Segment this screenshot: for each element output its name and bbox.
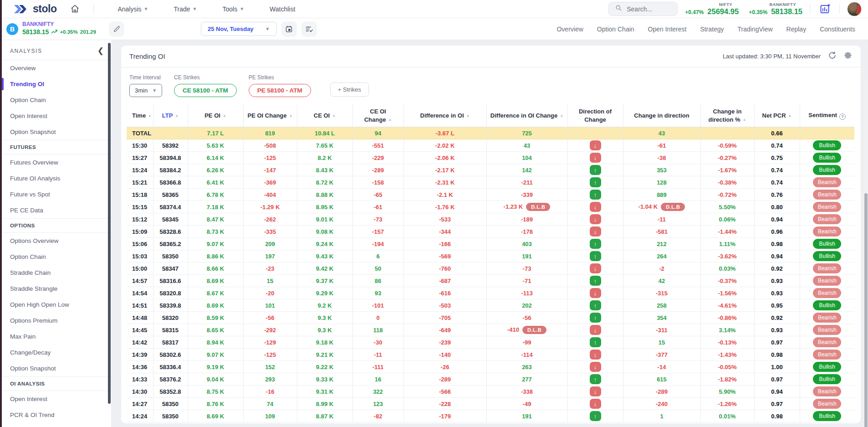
nav-menu-analysis[interactable]: Analysis▼ — [117, 5, 148, 13]
add-strikes-button[interactable]: + Strikes — [330, 82, 369, 97]
sidebar-item-future-vs-spot[interactable]: Future vs Spot — [2, 186, 111, 202]
column-header-difference-in-oi[interactable]: Difference in OI▲ — [403, 104, 486, 127]
column-header-difference-in-oi-change[interactable]: Difference in OI Change▲ — [486, 104, 567, 127]
column-header-change-in-direction-%[interactable]: Change in direction %▲ — [700, 104, 754, 127]
sidebar-collapse-icon[interactable]: ❮ — [97, 47, 104, 55]
cell-direction-of-change: ↓ — [567, 386, 623, 398]
tab-tradingview[interactable]: TradingView — [738, 26, 773, 33]
ticker-name: BANKNIFTY — [770, 2, 797, 7]
sidebar-item-futures-overview[interactable]: Futures Overview — [2, 154, 111, 170]
date-selector[interactable]: 25 Nov, Tuesday ▼ — [201, 22, 277, 36]
nav-menu-trade[interactable]: Trade▼ — [174, 5, 197, 13]
column-header-ce-oi-change[interactable]: CE OI Change▲ — [352, 104, 403, 127]
ce-strike-chip[interactable]: CE 58100 - ATM — [174, 84, 237, 97]
watchlist-check-button[interactable] — [301, 21, 317, 37]
sidebar-item-pe-ce-data[interactable]: PE CE Data — [2, 202, 111, 218]
total-cell: -3.67 L — [403, 127, 486, 139]
cell-difference-in-oi-change: -73 — [486, 262, 567, 275]
cell-change-in-direction-pct: -1.67% — [700, 164, 754, 176]
nav-menu-watchlist[interactable]: Watchlist — [270, 5, 295, 13]
sidebar-item-multistrike-oi[interactable]: Multistrike OI — [2, 423, 111, 427]
sort-asc-icon[interactable]: ▲ — [223, 113, 226, 118]
sort-asc-icon[interactable]: ▲ — [560, 113, 563, 118]
cell-sentiment: Bullish — [800, 299, 854, 312]
tab-replay[interactable]: Replay — [786, 26, 807, 33]
refresh-icon[interactable] — [828, 51, 837, 62]
column-header-ltp[interactable]: LTP▲ — [153, 104, 188, 127]
symbol-name: BANKNIFTY — [22, 21, 96, 28]
page-scrollbar[interactable] — [864, 80, 868, 427]
sidebar-item-trending-oi[interactable]: Trending OI — [2, 76, 111, 92]
help-icon[interactable]: ? — [839, 113, 846, 120]
nav-menu-tools[interactable]: Tools▼ — [222, 5, 244, 13]
edit-symbol-button[interactable] — [109, 21, 124, 37]
tab-open-interest[interactable]: Open Interest — [648, 26, 687, 33]
sidebar-item-option-chain[interactable]: Option Chain — [2, 249, 111, 265]
search-box[interactable] — [608, 2, 678, 16]
cell-difference-in-oi-change: 191 — [486, 250, 567, 262]
sort-asc-icon[interactable]: ▲ — [289, 113, 293, 118]
sidebar-item-open-interest[interactable]: Open Interest — [2, 108, 111, 124]
tab-option-chain[interactable]: Option Chain — [597, 26, 634, 33]
search-input[interactable] — [626, 5, 671, 13]
tab-constituents[interactable]: Constituents — [820, 26, 855, 33]
sidebar-item-pcr-oi-trend[interactable]: PCR & OI Trend — [2, 407, 111, 423]
sidebar-item-option-snapshot[interactable]: Option Snapshot — [2, 360, 111, 376]
stolo-logo[interactable]: stolo — [12, 2, 56, 16]
sidebar-item-open-high-open-low[interactable]: Open High Open Low — [2, 297, 111, 313]
cell-sentiment: Bearish — [800, 336, 854, 349]
sort-asc-icon[interactable]: ▲ — [175, 113, 179, 118]
cell-direction-of-change: ↑ — [567, 176, 623, 189]
sidebar-item-options-overview[interactable]: Options Overview — [2, 233, 111, 249]
sidebar-item-options-premium[interactable]: Options Premium — [2, 313, 111, 329]
sort-asc-icon[interactable]: ▲ — [332, 113, 336, 118]
sidebar-item-option-snapshot[interactable]: Option Snapshot — [2, 124, 111, 140]
sidebar-item-overview[interactable]: Overview — [2, 60, 111, 76]
direction-up-icon: ↑ — [590, 313, 601, 323]
tab-overview[interactable]: Overview — [557, 26, 583, 33]
page-scrollbar-thumb[interactable] — [864, 193, 868, 427]
sidebar-scrollbar[interactable] — [108, 43, 111, 404]
column-header-time[interactable]: Time▲ — [127, 104, 153, 127]
cell-time: 14:48 — [127, 312, 153, 324]
cell-sentiment: Bearish — [800, 262, 854, 275]
sidebar-section-futures: FUTURES — [2, 140, 111, 154]
sidebar-item-open-interest[interactable]: Open Interest — [2, 391, 111, 407]
sort-asc-icon[interactable]: ▲ — [788, 113, 792, 118]
sort-asc-icon[interactable]: ▲ — [466, 113, 470, 118]
column-header-ce-oi[interactable]: CE OI▲ — [297, 104, 352, 127]
user-avatar[interactable] — [847, 2, 862, 16]
sidebar-item-change-decay[interactable]: Change/Decay — [2, 345, 111, 360]
cell-ltp: 58365 — [153, 189, 188, 201]
cell-pe-oi: 8.67 K — [188, 287, 243, 299]
cell-ce-oi-change: -194 — [352, 238, 403, 250]
column-header-net-pcr[interactable]: Net PCR▲ — [754, 104, 800, 127]
settings-gear-icon[interactable] — [844, 51, 853, 62]
direction-down-icon: ↓ — [590, 362, 601, 372]
cell-sentiment: Bullish — [800, 410, 854, 422]
cell-pe-oi: 9.07 K — [188, 238, 243, 250]
sort-asc-icon[interactable]: ▲ — [743, 118, 746, 122]
time-interval-select[interactable]: 3min ▼ — [129, 84, 162, 97]
column-header-pe-oi[interactable]: PE OI▲ — [188, 104, 243, 127]
cell-ltp: 58302.6 — [153, 349, 188, 361]
calendar-button[interactable] — [281, 21, 297, 37]
sentiment-badge: Bearish — [813, 202, 841, 212]
cell-change-in-direction: -315 — [623, 287, 700, 299]
sentiment-badge: Bearish — [813, 325, 841, 335]
tab-strategy[interactable]: Strategy — [700, 26, 724, 33]
sidebar-item-max-pain[interactable]: Max Pain — [2, 329, 111, 345]
sidebar-item-straddle-strangle[interactable]: Straddle Strangle — [2, 281, 111, 297]
sidebar-item-option-chain[interactable]: Option Chain — [2, 92, 111, 108]
sidebar-item-straddle-chain[interactable]: Straddle Chain — [2, 265, 111, 281]
home-icon[interactable] — [68, 2, 82, 15]
cell-difference-in-oi-change: -410D.L.B — [486, 324, 567, 336]
column-header-pe-oi-change[interactable]: PE OI Change▲ — [243, 104, 297, 127]
sort-asc-icon[interactable]: ▲ — [148, 113, 152, 118]
sidebar-item-future-oi-analysis[interactable]: Future OI Analysis — [2, 170, 111, 186]
sort-asc-icon[interactable]: ▲ — [388, 118, 392, 122]
chart-add-icon[interactable] — [817, 2, 832, 16]
top-navbar: stolo Analysis▼Trade▼Tools▼Watchlist NIF… — [0, 0, 868, 18]
cell-sentiment: Bullish — [800, 250, 854, 262]
pe-strike-chip[interactable]: PE 58100 - ATM — [249, 84, 311, 97]
